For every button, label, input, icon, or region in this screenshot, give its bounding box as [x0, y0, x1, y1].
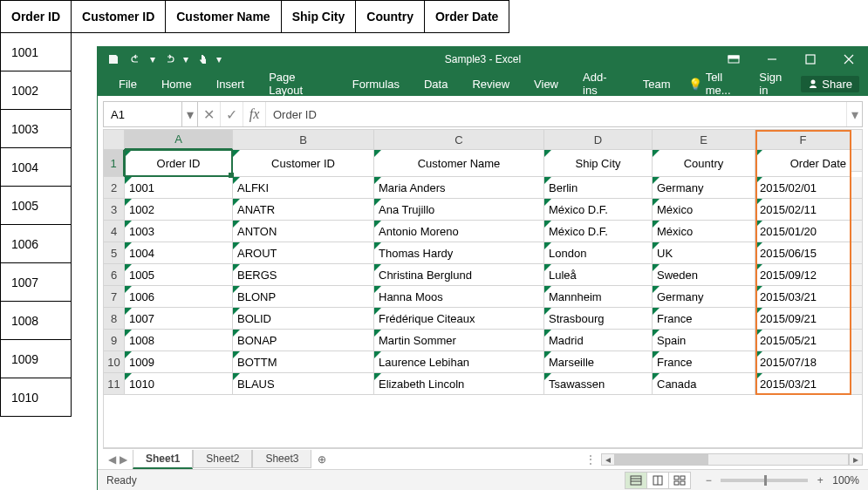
data-cell[interactable]: 2015/05/21 — [755, 330, 851, 351]
data-cell[interactable]: UK — [653, 242, 755, 264]
zoom-in-icon[interactable]: + — [813, 474, 827, 487]
tab-addins[interactable]: Add-ins — [571, 71, 631, 96]
tab-data[interactable]: Data — [412, 71, 460, 96]
row-header[interactable]: 7 — [104, 286, 125, 308]
fx-icon[interactable]: fx — [243, 102, 266, 126]
data-cell[interactable]: BOTTM — [233, 351, 374, 373]
scroll-track[interactable] — [615, 453, 849, 466]
data-cell[interactable]: Hanna Moos — [374, 286, 544, 308]
column-header[interactable]: D — [544, 130, 653, 150]
tab-insert[interactable]: Insert — [204, 71, 257, 96]
row-header[interactable]: 4 — [104, 221, 125, 242]
data-cell[interactable]: 2015/02/01 — [755, 177, 851, 199]
data-cell[interactable]: Frédérique Citeaux — [374, 308, 544, 330]
horizontal-scrollbar[interactable]: ◂ ▸ — [601, 453, 863, 466]
tab-page-layout[interactable]: Page Layout — [256, 71, 340, 96]
data-cell[interactable]: 1010 — [125, 373, 233, 395]
column-header[interactable]: F — [755, 130, 851, 150]
add-sheet-icon[interactable]: ⊕ — [311, 453, 332, 466]
redo-icon[interactable] — [159, 49, 180, 70]
data-cell[interactable]: ANATR — [233, 199, 374, 221]
column-header[interactable]: C — [374, 130, 544, 150]
column-header[interactable]: E — [653, 130, 755, 150]
data-cell[interactable]: Germany — [653, 286, 755, 308]
data-cell[interactable]: Ana Trujillo — [374, 199, 544, 221]
header-cell[interactable]: Ship City — [544, 150, 653, 177]
row-header[interactable]: 10 — [104, 351, 125, 373]
expand-formula-bar-icon[interactable]: ▾ — [846, 102, 862, 126]
formula-input[interactable]: Order ID — [266, 108, 846, 121]
data-cell[interactable]: 2015/01/20 — [755, 221, 851, 242]
sign-in-button[interactable]: Sign in — [754, 71, 794, 97]
sheet-tab-1[interactable]: Sheet1 — [133, 450, 193, 469]
save-icon[interactable] — [103, 49, 124, 70]
data-cell[interactable]: Christina Berglund — [374, 264, 544, 286]
name-box-dropdown-icon[interactable]: ▾ — [182, 102, 198, 126]
data-cell[interactable]: Canada — [653, 373, 755, 395]
page-break-view-icon[interactable] — [668, 472, 691, 489]
data-cell[interactable]: Germany — [653, 177, 755, 199]
row-header[interactable]: 11 — [104, 373, 125, 395]
data-cell[interactable]: México — [653, 221, 755, 242]
data-cell[interactable]: 2015/09/21 — [755, 308, 851, 330]
scroll-left-icon[interactable]: ◂ — [601, 453, 615, 466]
sheet-nav-prev-icon[interactable]: ◀ — [108, 453, 116, 466]
data-cell[interactable]: AROUT — [233, 242, 374, 264]
cancel-formula-icon[interactable]: ✕ — [198, 102, 221, 126]
data-cell[interactable]: Spain — [653, 330, 755, 351]
data-cell[interactable]: 1006 — [125, 286, 233, 308]
select-all-corner[interactable] — [104, 130, 125, 150]
data-cell[interactable]: 1008 — [125, 330, 233, 351]
tab-view[interactable]: View — [522, 71, 571, 96]
data-cell[interactable]: México D.F. — [544, 199, 653, 221]
redo-dropdown-icon[interactable]: ▾ — [181, 49, 190, 70]
data-cell[interactable]: México D.F. — [544, 221, 653, 242]
sheet-nav[interactable]: ◀ ▶ — [103, 453, 133, 466]
tab-team[interactable]: Team — [631, 71, 683, 96]
row-header[interactable]: 9 — [104, 330, 125, 351]
sheet-tab-3[interactable]: Sheet3 — [252, 450, 311, 468]
header-cell[interactable]: Order Date — [755, 150, 851, 177]
data-cell[interactable]: BLONP — [233, 286, 374, 308]
data-cell[interactable]: Mannheim — [544, 286, 653, 308]
touch-mode-icon[interactable] — [192, 49, 213, 70]
data-cell[interactable]: 1005 — [125, 264, 233, 286]
tab-review[interactable]: Review — [460, 71, 522, 96]
data-cell[interactable]: 1002 — [125, 199, 233, 221]
data-cell[interactable]: BOLID — [233, 308, 374, 330]
data-cell[interactable]: Tsawassen — [544, 373, 653, 395]
tab-formulas[interactable]: Formulas — [340, 71, 412, 96]
zoom-out-icon[interactable]: − — [701, 474, 715, 487]
data-cell[interactable]: Antonio Moreno — [374, 221, 544, 242]
data-cell[interactable]: ALFKI — [233, 177, 374, 199]
row-header[interactable]: 3 — [104, 199, 125, 221]
data-cell[interactable]: Madrid — [544, 330, 653, 351]
normal-view-icon[interactable] — [625, 472, 647, 489]
data-cell[interactable]: ANTON — [233, 221, 374, 242]
data-cell[interactable]: 1001 — [125, 177, 233, 199]
zoom-slider[interactable] — [721, 479, 808, 482]
data-cell[interactable]: 2015/06/15 — [755, 242, 851, 264]
share-button[interactable]: Share — [801, 76, 859, 92]
data-cell[interactable]: 2015/09/12 — [755, 264, 851, 286]
data-cell[interactable]: Sweden — [653, 264, 755, 286]
sheet-tab-2[interactable]: Sheet2 — [193, 450, 252, 468]
data-cell[interactable]: Luleå — [544, 264, 653, 286]
data-cell[interactable]: México — [653, 199, 755, 221]
row-header[interactable]: 1 — [104, 150, 125, 177]
tab-file[interactable]: File — [106, 71, 149, 96]
data-cell[interactable]: BLAUS — [233, 373, 374, 395]
data-cell[interactable]: 1004 — [125, 242, 233, 264]
row-header[interactable]: 2 — [104, 177, 125, 199]
data-cell[interactable]: Laurence Lebihan — [374, 351, 544, 373]
data-cell[interactable]: France — [653, 351, 755, 373]
header-cell[interactable]: Customer ID — [233, 150, 374, 177]
data-cell[interactable]: France — [653, 308, 755, 330]
data-cell[interactable]: 2015/02/11 — [755, 199, 851, 221]
data-cell[interactable]: Thomas Hardy — [374, 242, 544, 264]
sheet-nav-next-icon[interactable]: ▶ — [120, 453, 127, 466]
enter-formula-icon[interactable]: ✓ — [221, 102, 243, 126]
data-cell[interactable]: 2015/07/18 — [755, 351, 851, 373]
tab-home[interactable]: Home — [149, 71, 204, 96]
data-cell[interactable]: BONAP — [233, 330, 374, 351]
